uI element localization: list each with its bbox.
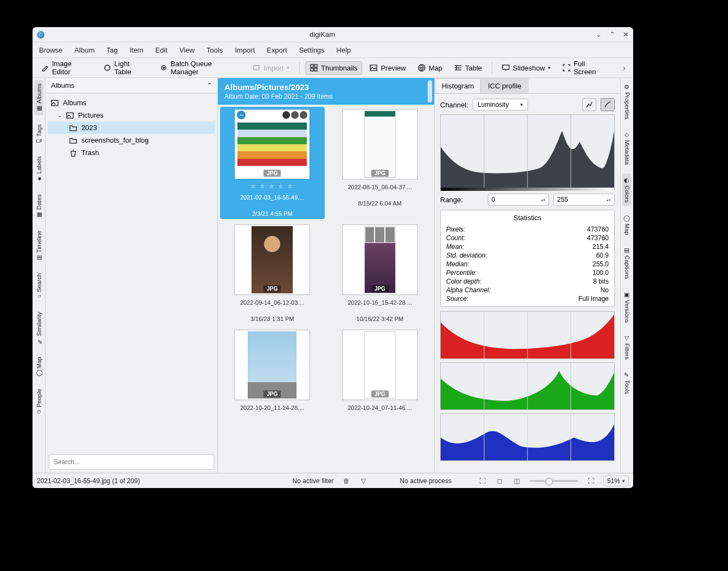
right-tab-captions[interactable]: ▤Captions (622, 243, 632, 282)
window-title: digiKam (49, 30, 596, 39)
image-editor-button[interactable]: Image Editor (37, 57, 96, 78)
thumbnail-item[interactable]: JPG2022-09-14_06-12-03....3/16/23 1:31 P… (220, 222, 325, 324)
format-badge: JPG (263, 170, 281, 177)
left-tab-people[interactable]: ☺People (35, 386, 43, 419)
thumbnail-item[interactable]: −JPG☆ ☆ ☆ ☆ ☆2021-02-03_16-55-49....2/3/… (220, 107, 325, 219)
right-tab-versions[interactable]: ▣Versions (622, 288, 632, 326)
menu-import[interactable]: Import (235, 46, 255, 54)
log-scale-button[interactable] (601, 98, 615, 111)
menu-tools[interactable]: Tools (207, 46, 223, 54)
play-icon[interactable] (282, 111, 290, 119)
range-min-input[interactable]: 0▴▾ (488, 194, 549, 206)
app-icon (37, 31, 44, 39)
stat-key: Pixels: (446, 226, 465, 233)
tree-2023[interactable]: 2023 (48, 121, 215, 134)
menu-help[interactable]: Help (337, 46, 351, 54)
scrollbar[interactable] (428, 80, 432, 102)
menu-export[interactable]: Export (267, 46, 287, 54)
range-max-input[interactable]: 255▴▾ (553, 194, 615, 206)
zoom-slider[interactable] (530, 480, 578, 482)
zoom-fit-icon[interactable]: ⛶ (586, 476, 596, 486)
thumbnail-item[interactable]: JPG2022-10-16_15-42-28....10/16/22 3:42 … (328, 222, 433, 324)
left-tab-map[interactable]: ◯Map (34, 354, 43, 380)
stat-row: Percentile:100.0 (446, 268, 609, 277)
tree-root-albums[interactable]: Albums (48, 97, 215, 109)
right-tab-filters[interactable]: ▽Filters (622, 331, 632, 363)
svg-rect-4 (311, 65, 313, 67)
fit-window-icon[interactable]: ⛶ (478, 476, 487, 486)
left-tab-albums[interactable]: ▦Albums (34, 80, 43, 116)
rotate-left-icon[interactable] (291, 111, 299, 119)
spinner-arrows-icon: ▴▾ (541, 198, 545, 202)
linear-scale-button[interactable] (582, 98, 596, 111)
luminosity-histogram[interactable] (440, 114, 615, 190)
fit-selection-icon[interactable]: ◻ (495, 476, 505, 486)
stat-value: 255.0 (592, 260, 609, 268)
right-tab-tools[interactable]: ✎Tools (622, 368, 632, 397)
menu-edit[interactable]: Edit (155, 46, 167, 54)
tree-screenshots[interactable]: screenshots_for_blog (48, 134, 215, 146)
menu-browse[interactable]: Browse (39, 46, 62, 54)
tab-histogram[interactable]: Histogram (435, 78, 481, 93)
fullscreen-button[interactable]: Full Screen (558, 57, 613, 78)
table-button[interactable]: Table (450, 62, 486, 74)
main-area: ▦Albums 🏷Tags ★Labels ▦Dates ▤Timeline ⌕… (33, 78, 633, 473)
tree-trash[interactable]: Trash (48, 146, 215, 159)
search-icon: ⌕ (36, 294, 42, 300)
left-tab-timeline[interactable]: ▤Timeline (34, 227, 43, 265)
funnel-icon[interactable]: ▽ (359, 476, 369, 486)
left-tab-tags[interactable]: 🏷Tags (35, 121, 43, 147)
search-input[interactable] (49, 454, 214, 470)
stat-row: Mean:215.4 (446, 242, 609, 251)
thumbnail-item[interactable]: JPG2022-10-24_07-11-46.... (328, 328, 433, 413)
import-button[interactable]: Import ▾ (248, 62, 294, 74)
left-tab-search[interactable]: ⌕Search (35, 270, 43, 303)
right-tab-map[interactable]: ◯Map (622, 211, 632, 238)
light-table-button[interactable]: Light Table (99, 57, 152, 78)
slideshow-button[interactable]: Slideshow ▾ (498, 62, 555, 74)
zoom-100-icon[interactable]: ◫ (512, 476, 522, 486)
right-tab-colors[interactable]: ◐Colors (622, 174, 632, 206)
menu-view[interactable]: View (179, 46, 195, 54)
tab-icc-profile[interactable]: ICC profile (481, 78, 528, 93)
batch-queue-button[interactable]: Batch Queue Manager (156, 57, 246, 78)
map-label: Map (429, 64, 442, 72)
tree-pictures[interactable]: ⌄ Pictures (48, 109, 215, 121)
thumbnail-grid: −JPG☆ ☆ ☆ ☆ ☆2021-02-03_16-55-49....2/3/… (218, 105, 434, 473)
menu-item[interactable]: Item (130, 46, 143, 54)
minimize-button[interactable]: ⌄ (596, 30, 602, 39)
thumbnail-image: JPG (342, 330, 418, 400)
zoom-select[interactable]: 51% ▾ (603, 476, 629, 486)
titlebar: digiKam ⌄ ⌃ ✕ (33, 27, 633, 42)
collapse-icon[interactable]: ⌃ (207, 82, 212, 89)
menu-settings[interactable]: Settings (299, 46, 325, 54)
thumbnail-item[interactable]: JPG2022-10-20_11-24-28.... (220, 328, 325, 413)
thumbnails-button[interactable]: Thumbnails (305, 61, 362, 75)
deselect-icon[interactable]: − (237, 111, 246, 119)
stat-key: Count: (446, 234, 465, 242)
toolbar-overflow-icon[interactable]: › (620, 63, 629, 72)
left-tab-similarity[interactable]: ✎Similarity (34, 309, 43, 348)
thumbnail-image: JPG (234, 224, 310, 295)
rating-stars[interactable]: ☆ ☆ ☆ ☆ ☆ (250, 183, 294, 190)
menu-album[interactable]: Album (74, 46, 94, 54)
left-tab-dates[interactable]: ▦Dates (34, 191, 43, 222)
left-tab-labels[interactable]: ★Labels (34, 153, 43, 185)
preview-button[interactable]: Preview (365, 62, 410, 74)
right-tab-properties[interactable]: ⚙Properties (622, 80, 632, 123)
maximize-button[interactable]: ⌃ (609, 30, 615, 39)
stat-key: Percentile: (446, 269, 477, 277)
menu-tag[interactable]: Tag (106, 46, 118, 54)
channel-select[interactable]: Luminosity ▾ (473, 99, 528, 111)
log-icon (604, 101, 611, 108)
right-tab-metadata[interactable]: ◇Metadata (622, 128, 632, 168)
people-icon: ☺ (36, 409, 42, 415)
separator (492, 62, 492, 74)
trash-icon[interactable]: 🗑 (342, 476, 351, 486)
thumbnail-item[interactable]: JPG2022-08-15_06-04-37....8/15/22 6:04 A… (328, 107, 433, 219)
map-button[interactable]: Map (414, 62, 447, 74)
image-icon (51, 99, 60, 107)
stat-value: 100.0 (592, 269, 609, 277)
rotate-right-icon[interactable] (300, 111, 307, 119)
close-button[interactable]: ✕ (623, 30, 629, 39)
